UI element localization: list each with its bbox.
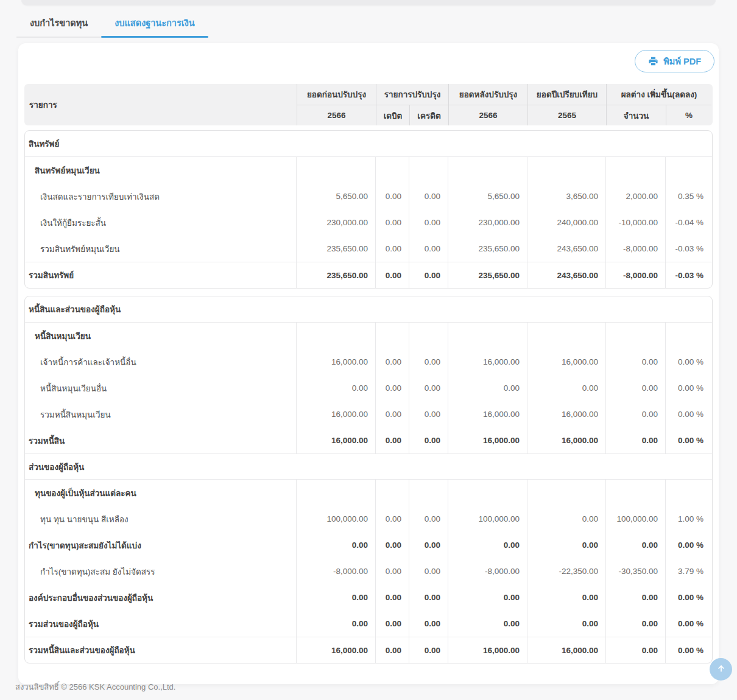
card-toolbar: พิมพ์ PDF xyxy=(18,43,719,79)
col-header-diff: ผลต่าง เพิ่มขึ้น(ลดลง) xyxy=(606,84,711,105)
row-label: รวมสินทรัพย์ xyxy=(25,262,296,288)
row-value xyxy=(375,157,409,183)
print-pdf-label: พิมพ์ PDF xyxy=(663,54,701,68)
row-value: 16,000.00 xyxy=(448,637,527,663)
row-value xyxy=(296,323,375,349)
col-subheader-amount: จำนวน xyxy=(606,105,666,125)
table-row: เงินสดและรายการเทียบเท่าเงินสด5,650.000.… xyxy=(25,183,712,209)
row-value: 0.00 xyxy=(409,262,448,288)
row-value: 0.00 % xyxy=(665,637,711,663)
table-row: รวมหนี้สินหมุนเวียน16,000.000.000.0016,0… xyxy=(25,401,712,427)
table-row: เจ้าหนี้การค้าและเจ้าหนี้อื่น16,000.000.… xyxy=(25,349,712,375)
table-header: รายการ ยอดก่อนปรับปรุง รายการปรับปรุง ยอ… xyxy=(24,84,713,125)
section-card: หนี้สินและส่วนของผู้ถือหุ้นหนี้สินหมุนเว… xyxy=(24,296,713,663)
scrolled-card-edge xyxy=(21,0,716,5)
row-value: 0.00 xyxy=(527,506,605,532)
row-label: องค์ประกอบอื่นของส่วนของผู้ถือหุ้น xyxy=(25,584,296,611)
row-value: 16,000.00 xyxy=(448,427,527,453)
row-value: 0.00 xyxy=(448,584,527,611)
row-value xyxy=(527,157,605,183)
row-value: 0.00 xyxy=(527,584,605,611)
row-value: 100,000.00 xyxy=(448,506,527,532)
tab-financial-position[interactable]: งบแสดงฐานะการเงิน xyxy=(101,10,208,37)
row-value: 0.00 xyxy=(605,637,665,663)
col-header-item: รายการ xyxy=(24,84,297,125)
row-value xyxy=(665,480,711,506)
table-row: รวมส่วนของผู้ถือหุ้น0.000.000.000.000.00… xyxy=(25,611,712,637)
row-value: 235,650.00 xyxy=(448,236,527,262)
row-value: 0.00 xyxy=(296,532,375,558)
table-row: รวมหนี้สิน16,000.000.000.0016,000.0016,0… xyxy=(25,427,712,453)
row-value: 0.00 % xyxy=(665,401,711,427)
row-value xyxy=(665,323,711,349)
section-header-row: สินทรัพย์ xyxy=(25,131,712,157)
print-pdf-button[interactable]: พิมพ์ PDF xyxy=(635,50,714,72)
row-value: -0.03 % xyxy=(665,262,711,288)
row-value: 0.00 % xyxy=(665,375,711,401)
row-value: 0.00 xyxy=(527,611,605,637)
row-value: 0.00 xyxy=(296,584,375,611)
table-row: รวมสินทรัพย์235,650.000.000.00235,650.00… xyxy=(25,262,712,288)
row-value: 230,000.00 xyxy=(296,209,375,236)
section-card: สินทรัพย์สินทรัพย์หมุนเวียนเงินสดและรายก… xyxy=(24,130,713,289)
row-value xyxy=(375,480,409,506)
tab-profit-loss[interactable]: งบกำไรขาดทุน xyxy=(16,10,101,37)
row-label: กำไร(ขาดทุน)สะสม ยังไม่จัดสรร xyxy=(25,558,296,584)
row-value: 100,000.00 xyxy=(605,506,665,532)
copyright-text: สงวนลิขสิทธิ์ © 2566 KSK Accounting Co.,… xyxy=(15,681,175,693)
row-value: 16,000.00 xyxy=(296,637,375,663)
row-value: 0.00 xyxy=(605,532,665,558)
row-value: 240,000.00 xyxy=(527,209,605,236)
row-value: 0.00 xyxy=(409,558,448,584)
row-label: รวมหนี้สินหมุนเวียน xyxy=(25,401,296,427)
section-header-row: ส่วนของผู้ถือหุ้น xyxy=(25,453,712,480)
row-value: 16,000.00 xyxy=(448,401,527,427)
col-subheader-before-year: 2566 xyxy=(297,105,376,125)
row-value: -30,350.00 xyxy=(605,558,665,584)
row-value: 0.00 xyxy=(375,558,409,584)
table-row: สินทรัพย์หมุนเวียน xyxy=(25,157,712,183)
col-header-after: ยอดหลังปรับปรุง xyxy=(448,84,527,105)
row-value: 0.00 xyxy=(409,532,448,558)
table-row: เงินให้กู้ยืมระยะสั้น230,000.000.000.002… xyxy=(25,209,712,236)
col-subheader-credit: เครดิต xyxy=(409,105,448,125)
row-label: หนี้สินและส่วนของผู้ถือหุ้น xyxy=(25,303,121,316)
row-value: 0.00 % xyxy=(665,349,711,375)
printer-icon xyxy=(648,56,658,66)
table-row: หนี้สินหมุนเวียนอื่น0.000.000.000.000.00… xyxy=(25,375,712,401)
row-value: 0.00 xyxy=(375,262,409,288)
row-value: -8,000.00 xyxy=(605,262,665,288)
row-value xyxy=(605,480,665,506)
row-value: 0.00 xyxy=(375,584,409,611)
row-value: 0.00 xyxy=(409,584,448,611)
row-value: -10,000.00 xyxy=(605,209,665,236)
row-value xyxy=(448,157,527,183)
row-value: 0.00 xyxy=(409,349,448,375)
row-label: หนี้สินหมุนเวียน xyxy=(25,323,296,349)
row-value: 0.00 xyxy=(375,209,409,236)
scroll-to-top-button[interactable] xyxy=(710,658,732,681)
row-value: 0.00 xyxy=(296,611,375,637)
row-value: 230,000.00 xyxy=(448,209,527,236)
row-value: 1.00 % xyxy=(665,506,711,532)
col-header-compare: ยอดปีเปรียบเทียบ xyxy=(527,84,606,105)
row-label: ทุน ทุน นายขนุน สีเหลือง xyxy=(25,506,296,532)
row-label: สินทรัพย์ xyxy=(25,137,59,150)
row-value: 0.00 % xyxy=(665,611,711,637)
row-value: 0.00 xyxy=(605,611,665,637)
row-value xyxy=(409,323,448,349)
row-label: รวมหนี้สิน xyxy=(25,427,296,453)
row-value: 0.00 xyxy=(375,183,409,209)
row-value: 0.00 xyxy=(409,427,448,453)
row-value: 100,000.00 xyxy=(296,506,375,532)
row-value: 0.00 xyxy=(527,375,605,401)
row-value xyxy=(605,157,665,183)
row-value xyxy=(296,157,375,183)
row-value: 0.00 xyxy=(605,401,665,427)
row-value: 16,000.00 xyxy=(296,401,375,427)
row-value: 0.00 xyxy=(409,637,448,663)
table-row: ทุนของผู้เป็นหุ้นส่วนแต่ละคน xyxy=(25,480,712,506)
row-value: 0.00 xyxy=(409,611,448,637)
row-value: 5,650.00 xyxy=(296,183,375,209)
row-value: 0.00 % xyxy=(665,532,711,558)
